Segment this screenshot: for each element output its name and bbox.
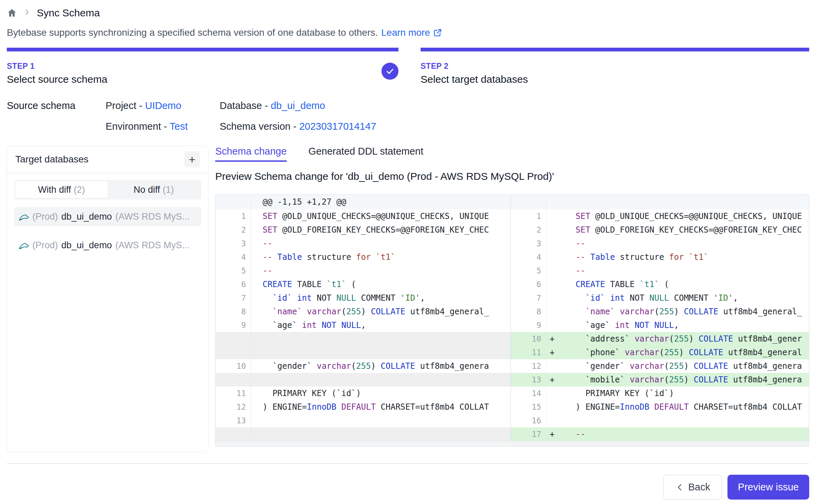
tab-no-diff[interactable]: No diff (1)	[108, 181, 200, 198]
target-database-item[interactable]: (Prod)db_ui_demo(AWS RDS MyS...	[14, 207, 201, 226]
source-diff-row: 7 `id` int NOT NULL COMMENT 'ID',	[216, 291, 511, 305]
tab-with-diff[interactable]: With diff (2)	[15, 181, 108, 198]
target-diff-row: 11+ `phone` varchar(255) COLLATE utf8mb4…	[511, 346, 809, 359]
line-number: 7	[216, 291, 251, 305]
tab-schema-change[interactable]: Schema change	[215, 146, 287, 162]
line-number: 6	[511, 278, 546, 291]
source-diff-row: 4-- Table structure for `t1`	[216, 250, 511, 264]
schema-preview-area: Schema change Generated DDL statement Pr…	[215, 146, 809, 452]
wizard-steps: STEP 1 Select source schema STEP 2 Selec…	[7, 48, 809, 85]
mysql-icon	[18, 240, 29, 251]
target-diff-row: 5--	[511, 264, 809, 278]
line-number: 12	[216, 400, 251, 414]
line-number	[216, 373, 251, 387]
line-number: 15	[511, 400, 546, 414]
source-spacer	[7, 121, 106, 132]
source-schema-label: Source schema	[7, 100, 106, 111]
step-1-label: STEP 1	[7, 62, 398, 71]
target-diff-row: 8 `name` varchar(255) COLLATE utf8mb4_ge…	[511, 305, 809, 318]
line-number: 14	[511, 387, 546, 400]
code-line: SET @OLD_UNIQUE_CHECKS=@@UNIQUE_CHECKS, …	[251, 209, 511, 223]
source-diff-row: 1SET @OLD_UNIQUE_CHECKS=@@UNIQUE_CHECKS,…	[216, 209, 511, 223]
target-diff-row: 14 PRIMARY KEY (`id`)	[511, 387, 809, 400]
db-instance: (AWS RDS MyS...	[115, 211, 190, 222]
step-2: STEP 2 Select target databases	[421, 48, 809, 85]
source-diff-row: 6CREATE TABLE `t1` (	[216, 278, 511, 291]
line-number: 11	[216, 387, 251, 400]
source-schema-version: Schema version - 20230317014147	[220, 121, 809, 132]
code-line	[251, 373, 511, 387]
home-icon[interactable]	[7, 8, 17, 18]
line-number: 3	[511, 237, 546, 250]
target-diff-row: 1SET @OLD_UNIQUE_CHECKS=@@UNIQUE_CHECKS,…	[511, 209, 809, 223]
code-line: `gender` varchar(255) COLLATE utf8mb4_ge…	[546, 359, 809, 373]
line-number: 2	[511, 223, 546, 237]
no-diff-count: (1)	[163, 185, 174, 195]
check-icon	[385, 66, 395, 76]
code-line: --	[251, 264, 511, 278]
line-number: 5	[511, 264, 546, 278]
target-databases-body: With diff (2) No diff (1) (Prod)db_ui_de…	[7, 173, 208, 262]
target-diff-row: 12 `gender` varchar(255) COLLATE utf8mb4…	[511, 359, 809, 373]
external-link-icon	[433, 28, 442, 37]
add-target-database-button[interactable]: +	[184, 152, 200, 167]
code-line: SET @OLD_UNIQUE_CHECKS=@@UNIQUE_CHECKS, …	[546, 209, 809, 223]
line-number: 2	[216, 223, 251, 237]
step-1: STEP 1 Select source schema	[7, 48, 398, 85]
source-project: Project - UIDemo	[106, 100, 220, 111]
code-line: SET @OLD_FOREIGN_KEY_CHECKS=@@FOREIGN_KE…	[251, 223, 511, 237]
code-line: `name` varchar(255) COLLATE utf8mb4_gene…	[251, 305, 511, 318]
code-line: --	[546, 237, 809, 250]
source-environment: Environment - Test	[106, 121, 220, 132]
diff-gutter	[511, 195, 546, 209]
line-number: 17	[511, 427, 546, 441]
target-diff-row: 2SET @OLD_FOREIGN_KEY_CHECKS=@@FOREIGN_K…	[511, 223, 809, 237]
code-line: --	[251, 237, 511, 250]
code-line: `age` int NOT NULL,	[546, 318, 809, 332]
line-number: 9	[511, 318, 546, 332]
source-diff-row: 9 `age` int NOT NULL,	[216, 318, 511, 332]
code-line: `name` varchar(255) COLLATE utf8mb4_gene…	[546, 305, 809, 318]
target-diff-row: 6CREATE TABLE `t1` (	[511, 278, 809, 291]
code-line: -- Table structure for `t1`	[251, 250, 511, 264]
mysql-icon	[18, 211, 29, 222]
learn-more-link[interactable]: Learn more	[381, 27, 442, 38]
line-number: 1	[216, 209, 251, 223]
preview-tabs: Schema change Generated DDL statement	[215, 146, 809, 162]
diff-horizontal-scrollbar[interactable]	[216, 441, 809, 446]
preview-issue-button[interactable]: Preview issue	[727, 475, 809, 500]
target-databases-title: Target databases	[15, 154, 89, 165]
sync-schema-page: Sync Schema Bytebase supports synchroniz…	[0, 0, 816, 500]
footer-actions: Back Preview issue	[7, 475, 809, 500]
code-line: `age` int NOT NULL,	[251, 318, 511, 332]
step-2-progress-bar	[421, 48, 809, 51]
source-diff-row: 5--	[216, 264, 511, 278]
diff-pane-source: @@ -1,15 +1,27 @@ 1SET @OLD_UNIQUE_CHECK…	[216, 195, 511, 441]
line-number: 13	[216, 414, 251, 427]
schema-diff-viewer[interactable]: @@ -1,15 +1,27 @@ 1SET @OLD_UNIQUE_CHECK…	[215, 194, 809, 446]
tab-generated-ddl[interactable]: Generated DDL statement	[309, 146, 423, 162]
project-link[interactable]: UIDemo	[145, 100, 181, 111]
back-button[interactable]: Back	[663, 475, 722, 500]
code-line: `id` int NOT NULL COMMENT 'ID',	[546, 291, 809, 305]
line-number: 11	[511, 346, 546, 359]
line-number: 7	[511, 291, 546, 305]
db-environment: (Prod)	[32, 240, 58, 251]
preview-title: Preview Schema change for 'db_ui_demo (P…	[215, 171, 809, 182]
diff-pane-target: 1SET @OLD_UNIQUE_CHECKS=@@UNIQUE_CHECKS,…	[511, 195, 809, 441]
target-database-item[interactable]: (Prod)db_ui_demo(AWS RDS MyS...	[14, 236, 201, 255]
with-diff-count: (2)	[74, 185, 85, 195]
line-number	[216, 346, 251, 359]
code-line: CREATE TABLE `t1` (	[546, 278, 809, 291]
step-2-label: STEP 2	[421, 62, 809, 71]
environment-link[interactable]: Test	[170, 121, 188, 132]
line-number: 5	[216, 264, 251, 278]
breadcrumb-chevron-icon	[23, 9, 31, 17]
code-line	[546, 414, 809, 427]
database-link[interactable]: db_ui_demo	[271, 100, 325, 111]
source-diff-row	[216, 373, 511, 387]
line-number: 8	[511, 305, 546, 318]
step-1-title: Select source schema	[7, 74, 398, 85]
schema-version-link[interactable]: 20230317014147	[299, 121, 376, 132]
target-diff-row: 4-- Table structure for `t1`	[511, 250, 809, 264]
